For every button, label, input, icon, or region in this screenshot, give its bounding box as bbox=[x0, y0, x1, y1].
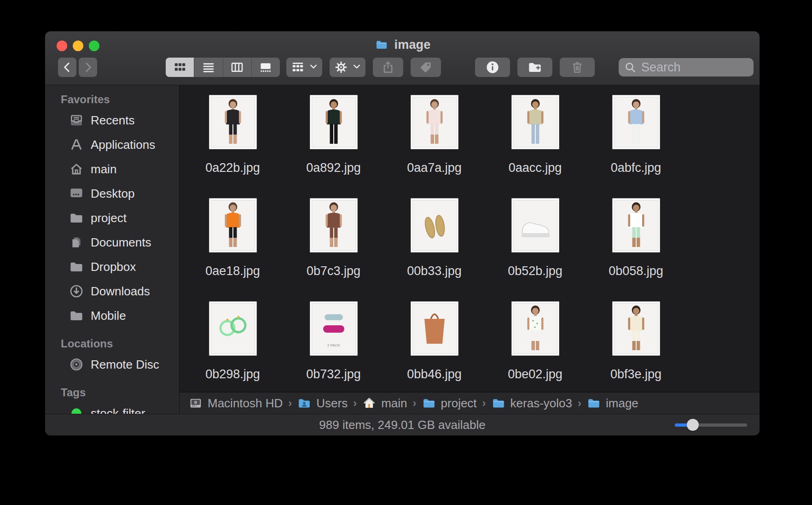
path-segment-image[interactable]: image bbox=[587, 396, 638, 411]
thumbnail-image bbox=[614, 303, 658, 354]
file-item[interactable]: 0a22b.jpg bbox=[182, 95, 283, 174]
window-header: image bbox=[45, 31, 760, 85]
search-field[interactable] bbox=[619, 58, 754, 76]
sidebar-item-desktop[interactable]: Desktop bbox=[45, 183, 179, 204]
slider-knob[interactable] bbox=[687, 419, 699, 431]
view-list-button[interactable] bbox=[194, 58, 223, 77]
file-thumbnail[interactable] bbox=[209, 301, 257, 356]
file-thumbnail[interactable] bbox=[411, 198, 458, 252]
file-item[interactable]: 0ae18.jpg bbox=[182, 198, 283, 277]
file-thumbnail[interactable] bbox=[310, 198, 358, 252]
view-columns-button[interactable] bbox=[223, 58, 252, 77]
sidebar-item-recents[interactable]: Recents bbox=[45, 110, 179, 131]
file-item[interactable]: 00b33.jpg bbox=[384, 198, 485, 277]
file-item[interactable]: 2 PACK0b732.jpg bbox=[283, 301, 384, 381]
file-thumbnail[interactable] bbox=[209, 198, 257, 252]
search-icon bbox=[624, 61, 636, 73]
view-gallery-button[interactable] bbox=[252, 58, 280, 77]
file-name: 0b298.jpg bbox=[205, 368, 260, 381]
file-item[interactable]: 0bf3e.jpg bbox=[586, 301, 686, 381]
download-icon bbox=[69, 284, 84, 299]
file-item[interactable]: 0bb46.jpg bbox=[384, 301, 485, 381]
new-folder-button[interactable] bbox=[517, 58, 552, 77]
file-grid: 0a22b.jpg0a892.jpg0aa7a.jpg0aacc.jpg0abf… bbox=[180, 85, 760, 392]
apps-icon bbox=[69, 137, 84, 152]
path-bar: Macintosh HD›Users›main›project›keras-yo… bbox=[180, 392, 760, 414]
chevron-down-icon bbox=[352, 62, 361, 73]
file-item[interactable]: 0b52b.jpg bbox=[485, 198, 586, 277]
finder-window: image FavoritesRecentsApplicationsmainDe… bbox=[45, 31, 760, 435]
file-thumbnail[interactable] bbox=[612, 198, 660, 252]
folder-icon bbox=[69, 259, 84, 274]
sidebar-item-documents[interactable]: Documents bbox=[45, 232, 179, 253]
file-item[interactable]: 0aa7a.jpg bbox=[384, 95, 485, 174]
thumbnail-image bbox=[211, 97, 255, 147]
sidebar-item-label: Documents bbox=[91, 235, 151, 250]
sidebar-item-downloads[interactable]: Downloads bbox=[45, 281, 179, 302]
file-thumbnail[interactable] bbox=[511, 198, 559, 252]
trash-button[interactable] bbox=[560, 58, 595, 77]
tag-button[interactable] bbox=[411, 58, 441, 77]
path-segment-label: project bbox=[441, 396, 477, 411]
sidebar-item-label: Downloads bbox=[91, 284, 150, 299]
file-thumbnail[interactable] bbox=[209, 95, 257, 149]
tagdot-icon bbox=[69, 406, 84, 414]
path-segment-keras-yolo3[interactable]: keras-yolo3 bbox=[492, 396, 572, 411]
sidebar-item-dropbox[interactable]: Dropbox bbox=[45, 256, 179, 277]
file-name: 0bb46.jpg bbox=[407, 368, 462, 381]
file-thumbnail[interactable] bbox=[511, 301, 559, 356]
path-segment-label: Macintosh HD bbox=[208, 396, 283, 411]
file-name: 0b058.jpg bbox=[609, 264, 663, 277]
path-separator: › bbox=[288, 397, 292, 410]
icon-size-slider[interactable] bbox=[675, 419, 747, 431]
back-button[interactable] bbox=[58, 58, 76, 77]
thumbnail-image bbox=[412, 200, 457, 251]
path-separator: › bbox=[482, 397, 486, 410]
file-thumbnail[interactable] bbox=[612, 301, 660, 356]
path-separator: › bbox=[413, 397, 417, 410]
file-thumbnail[interactable] bbox=[511, 95, 559, 149]
path-separator: › bbox=[353, 397, 357, 410]
path-segment-label: main bbox=[381, 396, 407, 411]
sidebar-item-mobile[interactable]: Mobile bbox=[45, 305, 179, 326]
path-segment-project[interactable]: project bbox=[422, 396, 477, 411]
window-title: image bbox=[394, 38, 430, 52]
path-segment-users[interactable]: Users bbox=[297, 396, 348, 411]
file-item[interactable]: 0a892.jpg bbox=[283, 95, 384, 174]
thumbnail-image bbox=[312, 200, 356, 251]
view-icon-button[interactable] bbox=[166, 58, 194, 77]
file-thumbnail[interactable]: 2 PACK bbox=[310, 301, 358, 356]
main-area: 0a22b.jpg0a892.jpg0aa7a.jpg0aacc.jpg0abf… bbox=[180, 85, 760, 414]
file-item[interactable]: 0b7c3.jpg bbox=[283, 198, 384, 277]
window-body: FavoritesRecentsApplicationsmainDesktopp… bbox=[45, 85, 760, 414]
sidebar-item-project[interactable]: project bbox=[45, 207, 179, 229]
sidebar-item-stock-filter[interactable]: stock-filter bbox=[45, 403, 179, 414]
info-button[interactable] bbox=[475, 58, 510, 77]
sidebar-item-remote-disc[interactable]: Remote Disc bbox=[45, 354, 179, 375]
thumbnail-image: 2 PACK bbox=[312, 303, 356, 354]
file-name: 0ae18.jpg bbox=[205, 264, 260, 277]
sidebar-item-applications[interactable]: Applications bbox=[45, 134, 179, 155]
sidebar-item-label: Applications bbox=[91, 138, 155, 152]
file-item[interactable]: 0b298.jpg bbox=[182, 301, 283, 381]
search-input[interactable] bbox=[640, 60, 760, 75]
action-menu-button[interactable] bbox=[330, 58, 365, 77]
forward-button[interactable] bbox=[79, 58, 97, 77]
sidebar-item-label: stock-filter bbox=[91, 406, 145, 414]
file-item[interactable]: 0be02.jpg bbox=[485, 301, 586, 381]
group-by-button[interactable] bbox=[286, 58, 322, 77]
file-thumbnail[interactable] bbox=[411, 301, 458, 356]
file-thumbnail[interactable] bbox=[612, 95, 660, 149]
file-thumbnail[interactable] bbox=[310, 95, 358, 149]
status-bar: 989 items, 249.01 GB available bbox=[45, 414, 760, 435]
path-segment-main[interactable]: main bbox=[362, 396, 407, 411]
path-segment-macintosh-hd[interactable]: Macintosh HD bbox=[189, 396, 283, 411]
file-item[interactable]: 0abfc.jpg bbox=[586, 95, 686, 174]
file-thumbnail[interactable] bbox=[411, 95, 458, 149]
thumbnail-image bbox=[312, 97, 356, 147]
file-item[interactable]: 0aacc.jpg bbox=[485, 95, 586, 174]
share-button[interactable] bbox=[373, 58, 403, 77]
sidebar-item-main[interactable]: main bbox=[45, 159, 179, 180]
file-item[interactable]: 0b058.jpg bbox=[586, 198, 686, 277]
file-name: 0a22b.jpg bbox=[205, 161, 260, 174]
